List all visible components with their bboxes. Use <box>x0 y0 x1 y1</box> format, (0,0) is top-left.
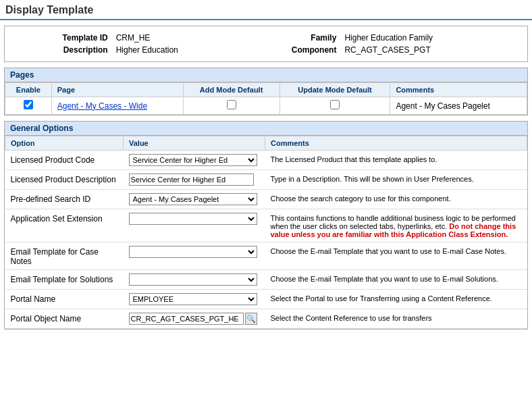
general-options-section: General Options Option Value Comments Li… <box>4 121 528 330</box>
app-set-extension-select[interactable] <box>129 213 257 225</box>
option-label-3: Application Set Extension <box>5 209 124 242</box>
col-page: Page <box>51 83 183 97</box>
row-comment: Agent - My Cases Pagelet <box>390 97 527 115</box>
general-options-header: General Options <box>5 122 527 136</box>
description-label: Description <box>13 44 112 56</box>
options-col-option: Option <box>5 136 124 151</box>
row-update-mode-cell <box>280 97 390 115</box>
family-value: Higher Education Family <box>340 32 519 44</box>
option-value-3 <box>124 209 265 242</box>
predefined-search-select[interactable]: Agent - My Cases Pagelet <box>129 193 257 205</box>
update-mode-checkbox[interactable] <box>330 100 340 109</box>
option-row-portal-name: Portal Name EMPLOYEE Select the Portal t… <box>5 290 527 309</box>
option-comment-1: Type in a Description. This will be show… <box>265 170 527 190</box>
description-value: Higher Education <box>112 44 242 56</box>
option-label-4: Email Template for Case Notes <box>5 242 124 270</box>
email-case-notes-select[interactable] <box>129 246 257 258</box>
option-value-1 <box>124 170 265 190</box>
option-value-5 <box>124 270 265 290</box>
licensed-product-code-select[interactable]: Service Center for Higher Ed <box>129 154 257 166</box>
enable-checkbox[interactable] <box>24 100 33 109</box>
option-row-predefined-search: Pre-defined Search ID Agent - My Cases P… <box>5 190 527 209</box>
template-id-value: CRM_HE <box>112 32 242 44</box>
option-value-6: EMPLOYEE <box>124 290 265 309</box>
option-comment-4: Choose the E-mail Template that you want… <box>265 242 527 270</box>
header-table: Template ID CRM_HE Family Higher Educati… <box>13 32 519 56</box>
option-comment-2: Choose the search category to use for th… <box>265 190 527 209</box>
col-comments: Comments <box>390 83 527 97</box>
option-comment-5: Choose the E-mail Template that you want… <box>265 270 527 290</box>
row-add-mode-cell <box>183 97 280 115</box>
option-row-portal-object-name: Portal Object Name 🔍 Select the Content … <box>5 309 527 329</box>
portal-object-name-input[interactable] <box>129 313 244 325</box>
option-comment-0: The Licensed Product that this template … <box>265 151 527 170</box>
option-label-1: Licensed Product Description <box>5 170 124 190</box>
option-label-2: Pre-defined Search ID <box>5 190 124 209</box>
option-value-0: Service Center for Higher Ed <box>124 151 265 170</box>
option-row-licensed-product-code: Licensed Product Code Service Center for… <box>5 151 527 170</box>
template-id-label: Template ID <box>13 32 112 44</box>
options-col-value: Value <box>124 136 265 151</box>
portal-object-search-button[interactable]: 🔍 <box>245 313 257 325</box>
option-row-licensed-product-desc: Licensed Product Description Type in a D… <box>5 170 527 190</box>
option-label-0: Licensed Product Code <box>5 151 124 170</box>
family-label: Family <box>242 32 341 44</box>
col-update-mode: Update Mode Default <box>280 83 390 97</box>
options-table: Option Value Comments Licensed Product C… <box>5 136 527 329</box>
email-solutions-select[interactable] <box>129 273 257 286</box>
add-mode-checkbox[interactable] <box>227 100 236 109</box>
header-section: Template ID CRM_HE Family Higher Educati… <box>4 26 528 62</box>
option-value-2: Agent - My Cases Pagelet <box>124 190 265 209</box>
col-enable: Enable <box>5 83 52 97</box>
table-row: Agent - My Cases - Wide Agent - My Cases… <box>5 97 527 115</box>
warning-text: Do not change this value unless you are … <box>271 222 516 238</box>
pages-table: Enable Page Add Mode Default Update Mode… <box>5 82 527 115</box>
page-title: Display Template <box>0 0 532 20</box>
col-add-mode: Add Mode Default <box>183 83 280 97</box>
portal-name-select[interactable]: EMPLOYEE <box>129 293 257 305</box>
option-value-7: 🔍 <box>124 309 265 329</box>
option-comment-3: This contains functions to handle additi… <box>265 209 527 242</box>
option-label-7: Portal Object Name <box>5 309 124 329</box>
option-row-email-solutions: Email Template for Solutions Choose the … <box>5 270 527 290</box>
licensed-product-desc-input[interactable] <box>129 174 254 186</box>
row-page-name[interactable]: Agent - My Cases - Wide <box>51 97 183 115</box>
option-comment-7: Select the Content Reference to use for … <box>265 309 527 329</box>
option-label-5: Email Template for Solutions <box>5 270 124 290</box>
component-value: RC_AGT_CASES_PGT <box>340 44 519 56</box>
option-row-email-case-notes: Email Template for Case Notes Choose the… <box>5 242 527 270</box>
component-label: Component <box>242 44 341 56</box>
option-label-6: Portal Name <box>5 290 124 309</box>
option-comment-6: Select the Portal to use for Transferrin… <box>265 290 527 309</box>
row-enable-cell <box>5 97 52 115</box>
pages-section-header: Pages <box>5 68 527 82</box>
options-col-comments: Comments <box>265 136 527 151</box>
option-value-4 <box>124 242 265 270</box>
pages-section: Pages Enable Page Add Mode Default Updat… <box>4 68 528 115</box>
option-row-app-set-extension: Application Set Extension This contains … <box>5 209 527 242</box>
portal-object-name-field: 🔍 <box>129 313 260 325</box>
